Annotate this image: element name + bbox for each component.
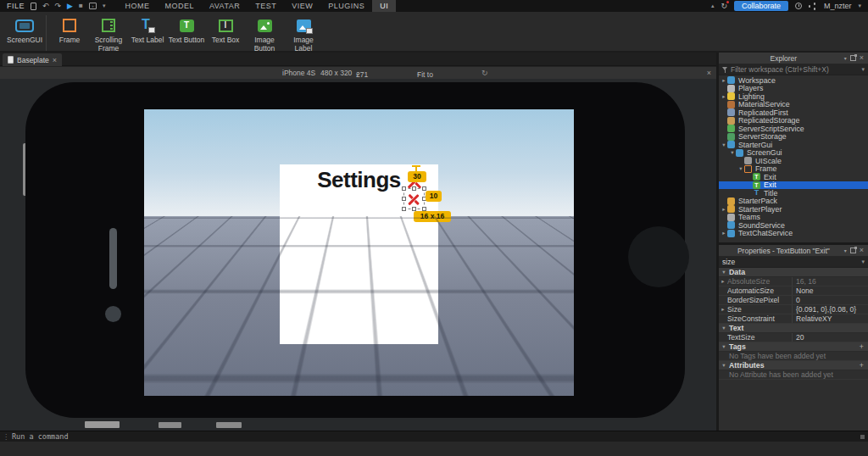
category-tags[interactable]: ▾Tags+	[719, 342, 868, 352]
exit-button-selected[interactable]	[404, 189, 424, 209]
popout-icon[interactable]	[850, 247, 856, 253]
prop-sizeconstraint[interactable]: SizeConstraintRelativeXY	[719, 314, 868, 324]
tree-item-replicatedstorage[interactable]: ReplicatedStorage	[719, 117, 868, 125]
tree-item-exit-1[interactable]: TExit	[719, 173, 868, 181]
chevron-down-icon[interactable]: ▾	[844, 55, 847, 61]
tree-item-soundservice[interactable]: SoundService	[719, 221, 868, 230]
properties-title: Properties - TextButton "Exit"	[723, 247, 844, 255]
emulated-screen[interactable]: Settings 30	[144, 109, 574, 396]
popout-icon[interactable]	[850, 55, 856, 61]
tree-item-players[interactable]: Players	[719, 85, 868, 93]
add-tag-button[interactable]: +	[860, 342, 868, 351]
server-script-service-icon	[727, 125, 735, 132]
tool-text-box[interactable]: Text Box	[206, 14, 245, 45]
tree-item-uiscale[interactable]: UIScale	[719, 157, 868, 165]
sync-icon[interactable]: ↻	[721, 2, 727, 10]
prop-bordersizepixel[interactable]: BorderSizePixel0	[719, 296, 868, 305]
close-icon[interactable]: ×	[860, 247, 864, 254]
tab-home[interactable]: HOME	[117, 0, 157, 12]
settings-frame[interactable]: Settings 30	[280, 164, 438, 344]
tab-model[interactable]: MODEL	[157, 0, 202, 12]
tree-item-exit-2-selected[interactable]: TExit	[719, 181, 868, 190]
tab-close-icon[interactable]: ×	[53, 56, 57, 64]
quickbar-more-icon[interactable]: ▾	[103, 2, 106, 10]
properties-filter-input[interactable]	[722, 258, 859, 266]
tool-scrolling-frame[interactable]: Scrolling Frame	[89, 14, 128, 53]
selection-handle[interactable]	[422, 186, 426, 191]
tree-item-materialservice[interactable]: MaterialService	[719, 101, 868, 109]
expand-icon: ▾	[729, 149, 736, 156]
tool-screengui[interactable]: ScreenGUI	[5, 14, 44, 45]
3d-viewport[interactable]: Settings 30	[0, 79, 716, 431]
selection-handle[interactable]	[402, 186, 406, 191]
history-icon[interactable]	[795, 3, 802, 9]
category-attributes[interactable]: ▾Attributes+	[719, 361, 868, 370]
expand-icon: ▾	[721, 142, 727, 148]
sound-service-icon	[727, 221, 735, 229]
tree-item-replicatedfirst[interactable]: ReplicatedFirst	[719, 108, 868, 117]
tab-avatar[interactable]: AVATAR	[202, 0, 248, 12]
user-menu-caret-icon[interactable]: ▾	[858, 3, 861, 9]
rotate-device-icon[interactable]: ↻	[481, 69, 488, 77]
explorer-filter-input[interactable]	[731, 65, 859, 74]
share-icon[interactable]	[809, 3, 817, 9]
file-menu[interactable]: FILE	[7, 2, 25, 10]
screengui-icon	[15, 19, 34, 32]
tree-item-startergui[interactable]: ▾StarterGui	[719, 141, 868, 149]
tab-ui[interactable]: UI	[372, 0, 396, 12]
selection-handle[interactable]	[402, 207, 406, 211]
tree-item-teams[interactable]: Teams	[719, 214, 868, 222]
chevron-down-icon[interactable]: ▾	[861, 66, 865, 73]
tree-item-serverstorage[interactable]: ServerStorage	[719, 133, 868, 142]
tool-text-button[interactable]: Text Button	[167, 14, 206, 45]
tree-item-frame[interactable]: ▾Frame	[719, 165, 868, 174]
tool-frame[interactable]: Frame	[50, 14, 89, 45]
redo-icon[interactable]: ↷	[55, 2, 62, 10]
tree-item-starterplayer[interactable]: ▸StarterPlayer	[719, 205, 868, 214]
prop-automaticsize[interactable]: AutomaticSizeNone	[719, 286, 868, 296]
image-button-icon	[258, 19, 272, 32]
device-name[interactable]: iPhone 4S	[282, 69, 315, 77]
close-icon[interactable]: ×	[860, 54, 864, 62]
username[interactable]: M_nzter	[824, 2, 852, 10]
command-bar[interactable]: ⋮ Run a command	[0, 431, 868, 442]
stop-icon[interactable]: ■	[79, 2, 83, 10]
add-attribute-button[interactable]: +	[860, 361, 868, 370]
tree-item-title[interactable]: TTitle	[719, 189, 868, 197]
tree-item-screengui[interactable]: ▾ScreenGui	[719, 149, 868, 158]
play-icon[interactable]: ▶	[67, 2, 73, 10]
chevron-down-icon[interactable]: ▾	[861, 259, 865, 265]
chevron-down-icon: ▾	[417, 70, 420, 79]
tab-plugins[interactable]: PLUGINS	[320, 0, 372, 12]
tree-item-textchatservice[interactable]: ▸TextChatService	[719, 230, 868, 238]
chevron-down-icon[interactable]: ▾	[844, 247, 847, 253]
doc-tab-baseplate[interactable]: Baseplate ×	[3, 53, 62, 66]
new-file-icon[interactable]	[31, 3, 36, 10]
tab-view[interactable]: VIEW	[284, 0, 320, 12]
prop-size[interactable]: ▸Size{0.091, 0},{0.08, 0}	[719, 305, 868, 314]
tree-item-lighting[interactable]: ▸Lighting	[719, 92, 868, 101]
collapse-ribbon-icon[interactable]: ▴	[711, 2, 715, 10]
selection-handle[interactable]	[402, 197, 406, 201]
explorer-filter-row: ▾	[719, 64, 868, 75]
category-text[interactable]: ▾Text	[719, 324, 868, 333]
expand-icon: ▾	[737, 165, 744, 172]
tree-item-serverscriptservice[interactable]: ServerScriptService	[719, 125, 868, 133]
tree-item-starterpack[interactable]: StarterPack	[719, 197, 868, 206]
tab-test[interactable]: TEST	[248, 0, 284, 12]
lighting-icon	[727, 92, 735, 100]
command-input-placeholder[interactable]: Run a command	[12, 432, 69, 441]
collaborate-button[interactable]: Collaborate	[734, 1, 788, 11]
category-data[interactable]: ▾Data	[719, 268, 868, 277]
teams-icon	[727, 214, 735, 221]
collapse-icon: ▾	[719, 343, 729, 350]
tool-text-label[interactable]: Text Label	[128, 14, 167, 45]
prop-textsize[interactable]: TextSize20	[719, 333, 868, 342]
undo-icon[interactable]: ↶	[42, 2, 49, 10]
insert-icon[interactable]: ›	[89, 3, 97, 9]
tool-image-button[interactable]: Image Button	[245, 14, 284, 53]
emulator-close-icon[interactable]: ×	[707, 69, 711, 77]
tree-item-workspace[interactable]: ▸Workspace	[719, 76, 868, 85]
selection-handle[interactable]	[412, 186, 416, 191]
tool-image-label[interactable]: Image Label	[284, 14, 323, 53]
